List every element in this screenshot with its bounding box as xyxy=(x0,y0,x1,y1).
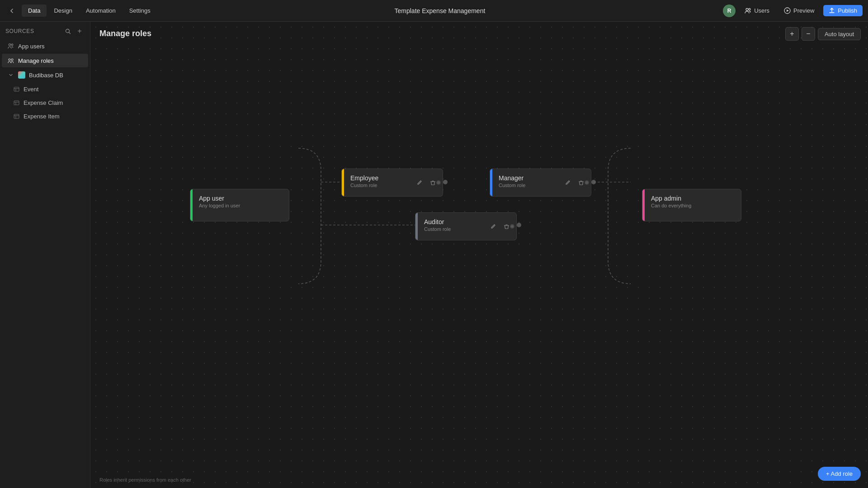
svg-point-6 xyxy=(11,44,13,46)
app-users-icon xyxy=(7,42,14,50)
expense-item-table-icon xyxy=(13,113,20,120)
svg-point-5 xyxy=(9,44,10,46)
users-icon xyxy=(745,7,751,14)
zoom-in-button[interactable]: + xyxy=(785,27,799,41)
svg-point-22 xyxy=(591,180,596,184)
app-user-subtitle: Any logged in user xyxy=(199,203,283,208)
sidebar-header: Sources + xyxy=(0,22,90,39)
event-table-icon xyxy=(13,85,20,93)
add-source-button[interactable]: + xyxy=(75,26,85,36)
connector-lines xyxy=(90,22,868,488)
sidebar-item-expense-claim[interactable]: Expense Claim xyxy=(2,96,88,109)
role-card-auditor[interactable]: Auditor Custom role xyxy=(415,212,517,240)
svg-point-0 xyxy=(746,9,748,11)
role-card-app-admin[interactable]: App admin Can do everything xyxy=(642,189,741,221)
publish-button[interactable]: Publish xyxy=(823,5,863,16)
svg-rect-9 xyxy=(14,87,19,91)
search-icon xyxy=(65,28,71,34)
svg-point-21 xyxy=(517,223,521,227)
role-card-app-user[interactable]: App user Any logged in user xyxy=(190,189,289,221)
employee-right-dot xyxy=(436,180,441,185)
back-button[interactable] xyxy=(5,5,18,17)
sidebar-item-app-users[interactable]: App users xyxy=(2,39,88,53)
svg-point-4 xyxy=(66,29,69,33)
preview-icon xyxy=(784,7,791,14)
svg-point-8 xyxy=(11,59,13,61)
sidebar-title: Sources xyxy=(5,28,34,34)
zoom-out-button[interactable]: − xyxy=(802,27,815,41)
employee-edit-button[interactable] xyxy=(414,177,425,188)
app-user-body: App user Any logged in user xyxy=(193,189,289,221)
manager-actions xyxy=(562,177,586,188)
auto-layout-button[interactable]: Auto layout xyxy=(818,28,861,40)
tab-design[interactable]: Design xyxy=(47,5,78,17)
topnav: Data Design Automation Settings Template… xyxy=(0,0,868,22)
topnav-right: R Users Preview Publish xyxy=(723,5,863,17)
svg-point-7 xyxy=(9,59,10,61)
sidebar-expense-claim-label: Expense Claim xyxy=(24,99,63,106)
sidebar-app-users-label: App users xyxy=(18,43,45,50)
tab-automation[interactable]: Automation xyxy=(80,5,122,17)
app-title: Template Expense Management xyxy=(159,7,721,14)
role-card-manager[interactable]: Manager Custom role xyxy=(490,169,591,197)
sidebar-item-event[interactable]: Event xyxy=(2,83,88,95)
sidebar-expense-item-label: Expense Item xyxy=(24,113,60,120)
auditor-right-dot xyxy=(510,224,514,229)
svg-point-19 xyxy=(443,180,448,184)
sidebar-item-budibase-db[interactable]: Budibase DB xyxy=(2,68,88,82)
nav-tabs: Data Design Automation Settings xyxy=(22,5,157,17)
users-button[interactable]: Users xyxy=(739,5,775,16)
svg-rect-15 xyxy=(14,114,19,118)
app-admin-body: App admin Can do everything xyxy=(645,189,741,221)
tab-data[interactable]: Data xyxy=(22,5,47,17)
manage-roles-icon xyxy=(7,57,14,64)
auditor-actions xyxy=(487,221,512,232)
sidebar-budibase-db-label: Budibase DB xyxy=(29,72,63,79)
canvas-controls: + − Auto layout xyxy=(785,27,861,41)
app-admin-title: App admin xyxy=(651,195,735,202)
canvas-footer: Roles inherit permissions from each othe… xyxy=(99,477,191,483)
search-button[interactable] xyxy=(63,26,73,36)
svg-rect-12 xyxy=(14,101,19,105)
preview-button[interactable]: Preview xyxy=(778,5,820,16)
db-expand-icon xyxy=(7,71,14,79)
sidebar: Sources + App xyxy=(0,22,90,488)
users-label: Users xyxy=(754,7,769,14)
svg-point-1 xyxy=(749,9,750,10)
employee-actions xyxy=(414,177,438,188)
main-canvas[interactable]: Manage roles + − Auto layout xyxy=(90,22,868,488)
manager-right-dot xyxy=(585,180,589,185)
publish-icon xyxy=(829,8,835,14)
role-card-employee[interactable]: Employee Custom role xyxy=(341,169,443,197)
auditor-edit-button[interactable] xyxy=(487,221,498,232)
sidebar-item-manage-roles[interactable]: Manage roles xyxy=(2,54,88,67)
app-admin-subtitle: Can do everything xyxy=(651,203,735,208)
add-role-button[interactable]: + Add role xyxy=(818,467,861,481)
layout: Sources + App xyxy=(0,22,868,488)
sidebar-actions: + xyxy=(63,26,85,36)
svg-marker-3 xyxy=(787,9,789,12)
budibase-db-icon xyxy=(18,71,25,79)
sidebar-manage-roles-label: Manage roles xyxy=(18,57,54,64)
app-user-title: App user xyxy=(199,195,283,202)
expense-claim-table-icon xyxy=(13,99,20,106)
manager-edit-button[interactable] xyxy=(562,177,573,188)
publish-label: Publish xyxy=(838,7,857,14)
preview-label: Preview xyxy=(793,7,814,14)
user-avatar[interactable]: R xyxy=(723,5,736,17)
sidebar-item-expense-item[interactable]: Expense Item xyxy=(2,110,88,122)
tab-settings[interactable]: Settings xyxy=(123,5,157,17)
sidebar-event-label: Event xyxy=(24,86,38,93)
canvas-title: Manage roles xyxy=(99,29,151,38)
